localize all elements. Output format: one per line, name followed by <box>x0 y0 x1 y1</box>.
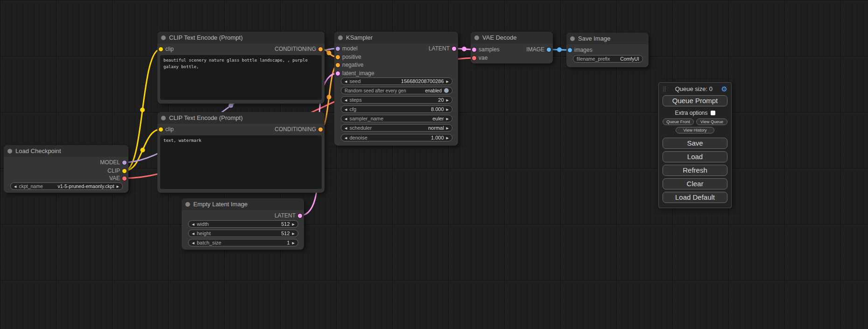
collapse-dot[interactable] <box>570 36 575 41</box>
node-title-bar[interactable]: VAE Decode <box>471 32 553 43</box>
load-button[interactable]: Load <box>663 151 727 162</box>
output-slot-image: IMAGE <box>526 46 551 53</box>
increment-arrow-icon[interactable]: ▶ <box>446 136 449 140</box>
node-load-checkpoint[interactable]: Load Checkpoint MODEL CLIP VAE ◀ ckpt_na… <box>4 145 128 193</box>
drag-handle-icon[interactable]: ⣿ <box>663 86 666 92</box>
clip-output-dot[interactable] <box>122 169 127 173</box>
save-button[interactable]: Save <box>663 138 727 149</box>
ckpt-name-widget[interactable]: ◀ ckpt_name v1-5-pruned-emaonly.ckpt ▶ <box>10 182 123 190</box>
decrement-arrow-icon[interactable]: ◀ <box>345 108 347 111</box>
decrement-arrow-icon[interactable]: ◀ <box>192 223 194 226</box>
positive-input-dot[interactable] <box>336 55 340 59</box>
node-clip-text-encode-positive[interactable]: CLIP Text Encode (Prompt) clip CONDITION… <box>157 32 325 104</box>
node-title-bar[interactable]: KSampler <box>334 32 458 43</box>
denoise-widget[interactable]: ◀ denoise 1.000 ▶ <box>341 134 452 141</box>
steps-widget[interactable]: ◀ steps 20 ▶ <box>341 96 452 104</box>
clip-input-dot[interactable] <box>159 127 163 132</box>
decrement-arrow-icon[interactable]: ◀ <box>192 241 194 245</box>
random-seed-toggle-widget[interactable]: Random seed after every gen enabled <box>341 87 452 94</box>
wire-midpoint-dot <box>462 47 466 51</box>
sampler-name-widget[interactable]: ◀ sampler_name euler ▶ <box>341 115 452 122</box>
image-output-dot[interactable] <box>547 48 551 52</box>
toggle-knob[interactable] <box>444 88 449 93</box>
collapse-dot[interactable] <box>7 149 12 154</box>
increment-arrow-icon[interactable]: ▶ <box>292 232 295 235</box>
clip-input-dot[interactable] <box>159 47 163 51</box>
images-input-dot[interactable] <box>568 48 572 52</box>
decrement-arrow-icon[interactable]: ◀ <box>345 117 347 120</box>
model-output-dot[interactable] <box>122 161 127 165</box>
decrement-arrow-icon[interactable]: ◀ <box>14 185 16 188</box>
samples-input-dot[interactable] <box>472 48 476 52</box>
scheduler-widget[interactable]: ◀ scheduler normal ▶ <box>341 124 452 132</box>
decrement-arrow-icon[interactable]: ◀ <box>345 136 347 140</box>
queue-size-label: Queue size: 0 <box>675 85 713 92</box>
increment-arrow-icon[interactable]: ▶ <box>446 108 449 111</box>
node-title: VAE Decode <box>482 34 516 41</box>
input-slot-clip: clip <box>159 126 174 133</box>
view-queue-button[interactable]: View Queue <box>696 119 727 125</box>
wire-midpoint-dot <box>327 51 332 56</box>
node-title-bar[interactable]: CLIP Text Encode (Prompt) <box>157 112 325 124</box>
queue-panel-header: ⣿ Queue size: 0 ⚙ <box>663 85 727 92</box>
width-widget[interactable]: ◀ width 512 ▶ <box>188 220 298 228</box>
input-slot-samples: samples <box>472 46 500 53</box>
collapse-dot[interactable] <box>185 202 190 207</box>
refresh-button[interactable]: Refresh <box>663 165 727 176</box>
latent-input-dot[interactable] <box>336 71 340 76</box>
vae-output-dot[interactable] <box>122 176 127 181</box>
seed-widget[interactable]: ◀ seed 156680208700286 ▶ <box>341 77 452 85</box>
conditioning-output-dot[interactable] <box>318 47 323 51</box>
model-input-dot[interactable] <box>336 47 340 51</box>
collapse-dot[interactable] <box>161 116 166 120</box>
view-history-button[interactable]: View History <box>676 127 714 133</box>
decrement-arrow-icon[interactable]: ◀ <box>345 80 347 83</box>
decrement-arrow-icon[interactable]: ◀ <box>345 98 347 102</box>
latent-output-dot[interactable] <box>298 214 302 218</box>
node-empty-latent-image[interactable]: Empty Latent Image LATENT ◀ width 512 ▶ … <box>182 198 304 250</box>
node-clip-text-encode-negative[interactable]: CLIP Text Encode (Prompt) clip CONDITION… <box>157 112 325 193</box>
increment-arrow-icon[interactable]: ▶ <box>446 117 449 120</box>
extra-options-checkbox[interactable] <box>711 111 715 115</box>
slot-label: samples <box>479 46 500 53</box>
increment-arrow-icon[interactable]: ▶ <box>446 80 449 83</box>
node-title-bar[interactable]: Save Image <box>566 33 649 44</box>
widget-name: seed <box>349 78 360 84</box>
wire-midpoint-dot <box>141 148 145 153</box>
node-title: Empty Latent Image <box>193 201 247 208</box>
queue-front-button[interactable]: Queue Front <box>663 119 694 125</box>
widget-name: scheduler <box>349 125 372 131</box>
collapse-dot[interactable] <box>161 35 166 40</box>
conditioning-output-dot[interactable] <box>318 127 323 132</box>
increment-arrow-icon[interactable]: ▶ <box>292 223 295 226</box>
increment-arrow-icon[interactable]: ▶ <box>446 98 449 102</box>
vae-input-dot[interactable] <box>472 56 476 60</box>
clear-button[interactable]: Clear <box>663 178 727 189</box>
prompt-textarea[interactable]: text, watermark <box>160 135 322 189</box>
negative-input-dot[interactable] <box>336 63 340 67</box>
increment-arrow-icon[interactable]: ▶ <box>446 126 449 130</box>
decrement-arrow-icon[interactable]: ◀ <box>192 232 194 235</box>
node-vae-decode[interactable]: VAE Decode samples vae IMAGE <box>471 32 553 63</box>
increment-arrow-icon[interactable]: ▶ <box>292 241 295 245</box>
filename-prefix-widget[interactable]: filename_prefix ComfyUI <box>573 55 643 63</box>
collapse-dot[interactable] <box>338 35 343 40</box>
node-ksampler[interactable]: KSampler model positive negative latent_… <box>334 32 458 146</box>
collapse-dot[interactable] <box>474 35 479 40</box>
decrement-arrow-icon[interactable]: ◀ <box>345 126 347 130</box>
settings-gear-icon[interactable]: ⚙ <box>721 85 727 92</box>
increment-arrow-icon[interactable]: ▶ <box>117 185 119 188</box>
queue-prompt-button[interactable]: Queue Prompt <box>663 95 727 106</box>
node-title-bar[interactable]: Empty Latent Image <box>182 198 304 210</box>
load-default-button[interactable]: Load Default <box>663 192 727 203</box>
latent-output-dot[interactable] <box>452 47 456 51</box>
prompt-textarea[interactable]: beautiful scenery nature glass bottle la… <box>160 55 322 100</box>
node-graph-canvas[interactable]: Load Checkpoint MODEL CLIP VAE ◀ ckpt_na… <box>0 0 868 329</box>
cfg-widget[interactable]: ◀ cfg 8.000 ▶ <box>341 105 452 113</box>
height-widget[interactable]: ◀ height 512 ▶ <box>188 230 298 237</box>
widget-name: ckpt_name <box>19 183 42 189</box>
node-save-image[interactable]: Save Image images filename_prefix ComfyU… <box>566 33 649 67</box>
node-title-bar[interactable]: CLIP Text Encode (Prompt) <box>157 32 325 43</box>
batch-size-widget[interactable]: ◀ batch_size 1 ▶ <box>188 239 298 246</box>
node-title-bar[interactable]: Load Checkpoint <box>4 145 128 157</box>
